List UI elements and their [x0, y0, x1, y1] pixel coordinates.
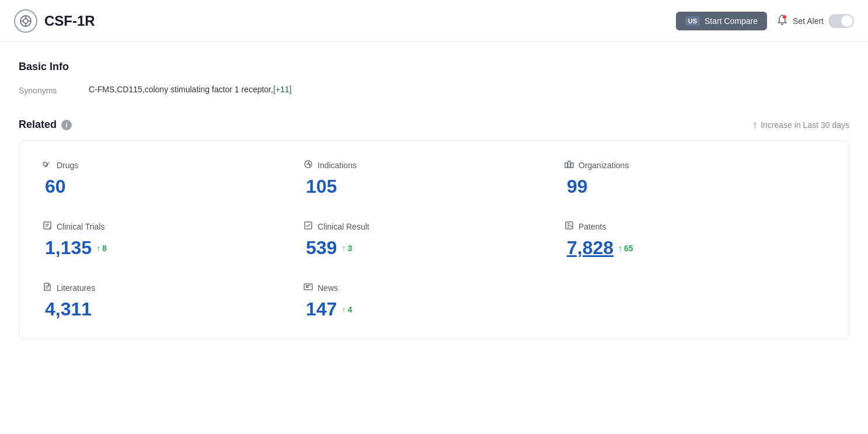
stat-organizations-label-row: Organizations [564, 159, 825, 171]
increase-label-text: Increase in Last 30 days [761, 120, 849, 130]
news-icon [304, 282, 313, 294]
synonyms-more-link[interactable]: [+11] [273, 85, 292, 94]
stat-clinical-result: Clinical Result 539 ↑ 3 [304, 221, 564, 259]
stat-clinical-trials-label-row: Clinical Trials [43, 221, 304, 232]
main-content: Basic Info Synonyms C-FMS,CD115,colony s… [0, 42, 868, 358]
stat-literatures-value-row: 4,311 [43, 298, 304, 320]
patents-up-arrow: ↑ [618, 244, 622, 253]
set-alert-toggle[interactable] [828, 14, 854, 28]
svg-point-6 [783, 15, 786, 19]
increase-label-group: ↑ Increase in Last 30 days [752, 120, 849, 130]
logo-icon [14, 9, 37, 33]
start-compare-button[interactable]: US Start Compare [676, 12, 767, 30]
stat-indications-label-row: Indications [304, 159, 564, 171]
stat-clinical-trials: Clinical Trials 1,135 ↑ 8 [43, 221, 304, 259]
patents-increase: ↑ 65 [618, 244, 633, 253]
related-section: Related i ↑ Increase in Last 30 days [19, 119, 849, 339]
related-title: Related [19, 119, 57, 131]
news-label: News [318, 283, 338, 293]
stat-news: News 147 ↑ 4 [304, 282, 564, 320]
stat-drugs: Drugs 60 [43, 159, 304, 197]
clinical-result-label: Clinical Result [318, 222, 369, 231]
clinical-result-increase: ↑ 3 [341, 244, 352, 253]
patents-label: Patents [578, 222, 606, 231]
stat-indications: Indications 105 [304, 159, 564, 197]
indications-icon [304, 159, 313, 171]
clinical-trials-increase-value: 8 [102, 244, 107, 253]
start-compare-label: Start Compare [705, 16, 758, 26]
organizations-count[interactable]: 99 [567, 176, 588, 197]
set-alert-label: Set Alert [793, 16, 824, 26]
stat-clinical-result-label-row: Clinical Result [304, 221, 564, 232]
stats-card: Drugs 60 Indic [19, 140, 849, 339]
stat-organizations: Organizations 99 [564, 159, 825, 197]
svg-rect-11 [571, 163, 573, 168]
stat-organizations-value-row: 99 [564, 176, 825, 197]
stat-news-value-row: 147 ↑ 4 [304, 298, 564, 320]
clinical-result-up-arrow: ↑ [341, 244, 346, 253]
stat-news-label-row: News [304, 282, 564, 294]
news-up-arrow: ↑ [341, 305, 346, 314]
stat-literatures-label-row: Literatures [43, 282, 304, 294]
stats-grid: Drugs 60 Indic [43, 159, 825, 320]
clinical-trials-count[interactable]: 1,135 [45, 237, 92, 259]
svg-rect-9 [565, 163, 567, 168]
stat-drugs-value-row: 60 [43, 176, 304, 197]
synonyms-label: Synonyms [19, 85, 89, 95]
related-title-group: Related i [19, 119, 72, 131]
organizations-label: Organizations [578, 161, 629, 170]
literatures-label: Literatures [57, 283, 95, 293]
stat-patents-value-row: 7,828 ↑ 65 [564, 237, 825, 259]
stat-clinical-result-value-row: 539 ↑ 3 [304, 237, 564, 259]
stat-patents-label-row: Patents [564, 221, 825, 232]
header-left: CSF-1R [14, 9, 95, 33]
clinical-trials-label: Clinical Trials [57, 222, 104, 231]
stat-literatures: Literatures 4,311 [43, 282, 304, 320]
stat-drugs-label-row: Drugs [43, 159, 304, 171]
stat-indications-value-row: 105 [304, 176, 564, 197]
header: CSF-1R US Start Compare Set Alert [0, 0, 868, 42]
clinical-result-count[interactable]: 539 [306, 237, 337, 259]
svg-point-1 [23, 19, 28, 23]
synonyms-row: Synonyms C-FMS,CD115,colony stimulating … [19, 85, 849, 100]
set-alert-icon [776, 14, 788, 27]
clinical-trials-up-arrow: ↑ [96, 244, 100, 253]
synonyms-value: C-FMS,CD115,colony stimulating factor 1 … [89, 85, 291, 94]
svg-rect-7 [43, 161, 48, 167]
synonyms-text: C-FMS,CD115,colony stimulating factor 1 … [89, 85, 273, 94]
result-icon [304, 221, 313, 232]
literatures-count[interactable]: 4,311 [45, 298, 92, 320]
indications-label: Indications [318, 161, 357, 170]
compare-badge: US [685, 16, 700, 26]
news-increase: ↑ 4 [341, 305, 352, 314]
set-alert-group: Set Alert [776, 14, 854, 28]
indications-count[interactable]: 105 [306, 176, 337, 197]
news-increase-value: 4 [347, 305, 352, 314]
increase-arrow-icon: ↑ [752, 120, 757, 130]
basic-info-title: Basic Info [19, 61, 849, 73]
clinical-result-increase-value: 3 [347, 244, 352, 253]
svg-rect-10 [568, 161, 570, 168]
news-count[interactable]: 147 [306, 298, 337, 320]
header-right: US Start Compare Set Alert [676, 12, 854, 30]
stat-patents: Patents 7,828 ↑ 65 [564, 221, 825, 259]
trials-icon [43, 221, 52, 232]
literature-icon [43, 282, 52, 294]
page-title: CSF-1R [44, 13, 95, 29]
patent-icon [564, 221, 574, 232]
basic-info-section: Basic Info Synonyms C-FMS,CD115,colony s… [19, 61, 849, 100]
patents-count[interactable]: 7,828 [567, 237, 613, 259]
drugs-count[interactable]: 60 [45, 176, 66, 197]
related-header: Related i ↑ Increase in Last 30 days [19, 119, 849, 131]
svg-rect-15 [304, 284, 312, 290]
org-icon [564, 159, 574, 171]
drugs-label: Drugs [57, 161, 78, 170]
patents-increase-value: 65 [624, 244, 633, 253]
stat-clinical-trials-value-row: 1,135 ↑ 8 [43, 237, 304, 259]
clinical-trials-increase: ↑ 8 [96, 244, 107, 253]
pill-icon [43, 159, 52, 171]
related-info-badge[interactable]: i [61, 120, 72, 130]
svg-rect-16 [306, 286, 308, 287]
